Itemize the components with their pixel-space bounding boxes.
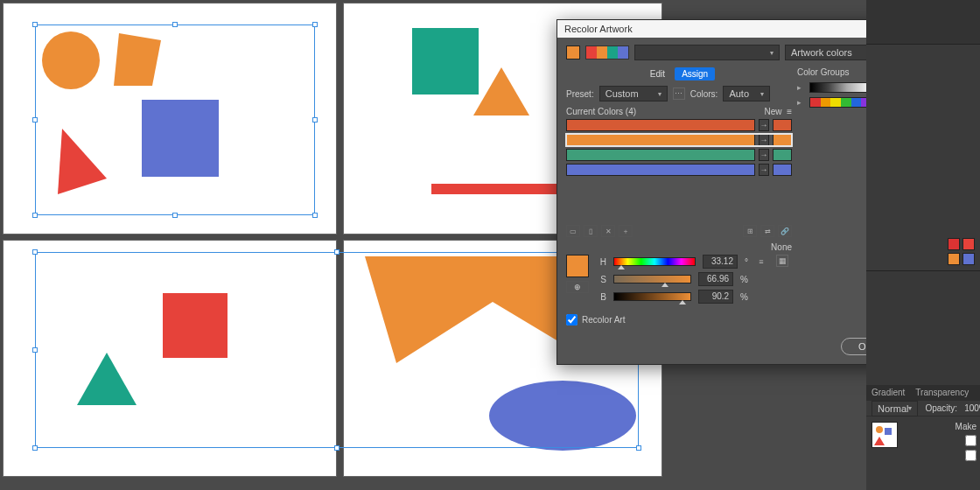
transparency-thumbnail[interactable]	[872, 422, 898, 448]
preset-dropdown[interactable]: Custom▾	[599, 86, 668, 102]
bri-value[interactable]: 90.2	[698, 290, 733, 304]
chevron-right-icon: ▸	[797, 98, 804, 107]
preset-label: Preset:	[566, 89, 594, 99]
opacity-value[interactable]: 100%	[964, 403, 980, 413]
recolor-art-checkbox[interactable]: Recolor Art	[566, 314, 792, 326]
active-color-group[interactable]	[585, 46, 629, 60]
svg-rect-7	[163, 293, 228, 358]
artwork-colors-dropdown[interactable]: Artwork colors▾	[785, 45, 879, 60]
swatch-chip[interactable]	[962, 253, 975, 265]
preset-options-icon[interactable]: ⋯	[673, 88, 685, 100]
colors-label: Colors:	[690, 89, 718, 99]
randomize-icon[interactable]: ⇄	[760, 225, 774, 237]
hue-slider[interactable]	[613, 257, 696, 266]
svg-rect-2	[142, 100, 219, 177]
svg-marker-13	[874, 437, 885, 445]
exclude-icon[interactable]: ✕	[601, 225, 615, 237]
chevron-right-icon: ▸	[797, 83, 804, 92]
svg-point-11	[876, 426, 883, 433]
color-row[interactable]: →	[566, 149, 792, 161]
svg-rect-12	[885, 428, 892, 435]
docked-panels: Gradient Transparency Normal▾ Opacity: 1…	[866, 0, 980, 490]
new-colors-label: New	[765, 107, 782, 116]
link-icon[interactable]: 🔗	[778, 225, 792, 237]
b-label: B	[598, 292, 606, 302]
hue-value[interactable]: 33.12	[703, 255, 738, 269]
swatch-chip[interactable]	[962, 238, 975, 250]
opacity-label: Opacity:	[925, 403, 957, 413]
color-group-dropdown[interactable]: ▾	[634, 45, 780, 60]
colors-dropdown[interactable]: Auto▾	[723, 86, 770, 102]
svg-rect-4	[412, 28, 479, 94]
swatch-chip[interactable]	[948, 253, 960, 265]
merge-icon[interactable]: ▭	[566, 225, 580, 237]
active-color-swatch[interactable]	[566, 46, 580, 60]
swatch-chip[interactable]	[948, 238, 960, 250]
new-row-icon[interactable]: ＋	[619, 225, 633, 237]
invert-checkbox[interactable]	[965, 450, 976, 461]
sat-slider[interactable]	[613, 275, 691, 284]
tab-transparency[interactable]: Transparency	[912, 387, 972, 398]
h-label: H	[598, 257, 606, 267]
svg-marker-5	[473, 67, 529, 116]
color-mode-icon[interactable]: ⊕	[566, 281, 589, 293]
artboard-3[interactable]	[4, 241, 336, 476]
separate-icon[interactable]: ▯	[584, 225, 598, 237]
svg-marker-3	[58, 129, 107, 194]
find-field-icon[interactable]: ⊞	[743, 225, 757, 237]
tab-gradient[interactable]: Gradient	[872, 388, 905, 397]
make-mask-button[interactable]: Make	[906, 422, 976, 431]
hsb-swatch[interactable]	[566, 255, 589, 277]
svg-marker-8	[77, 353, 136, 405]
blend-mode-dropdown[interactable]: Normal▾	[872, 401, 918, 416]
color-row[interactable]: →	[566, 134, 792, 146]
color-picker-icon[interactable]: ▦	[776, 255, 788, 267]
sat-value[interactable]: 66.96	[698, 272, 733, 286]
artboard-1[interactable]	[4, 4, 336, 234]
tab-edit[interactable]: Edit	[643, 67, 672, 80]
row-menu-icon[interactable]: ≡	[787, 107, 792, 116]
s-label: S	[598, 275, 606, 284]
color-row[interactable]: →	[566, 164, 792, 176]
none-label: None	[771, 242, 792, 252]
svg-point-0	[42, 32, 100, 89]
panel-tab-row: Gradient Transparency	[866, 385, 980, 401]
slider-menu-icon[interactable]: ≡	[755, 256, 767, 268]
svg-point-10	[489, 381, 636, 451]
tab-assign[interactable]: Assign	[675, 67, 715, 80]
current-colors-label: Current Colors (4)	[566, 107, 636, 116]
color-row[interactable]: →	[566, 119, 792, 131]
clip-checkbox[interactable]	[965, 435, 976, 446]
svg-marker-1	[114, 33, 161, 86]
bri-slider[interactable]	[613, 292, 691, 301]
